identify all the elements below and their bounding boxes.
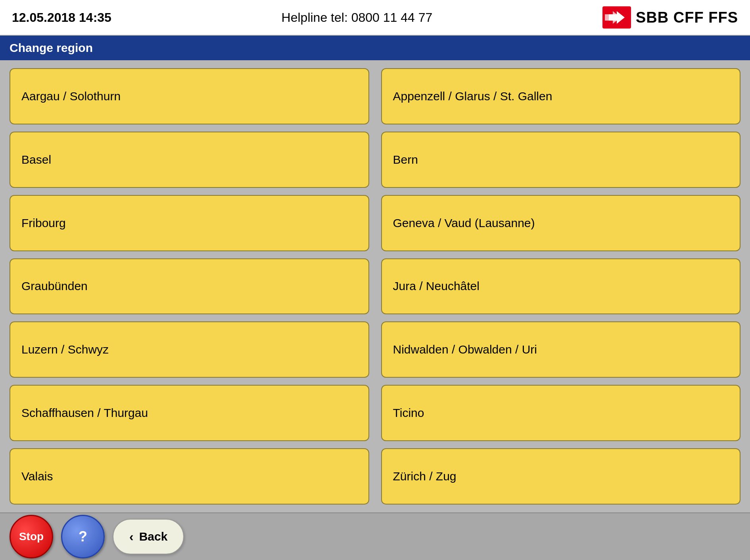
help-button[interactable]: ? bbox=[61, 515, 105, 558]
footer: Stop ? ‹ Back bbox=[0, 512, 750, 560]
region-button-jura-neuchatel[interactable]: Jura / Neuchâtel bbox=[381, 258, 741, 315]
region-button-valais[interactable]: Valais bbox=[10, 448, 369, 505]
region-button-nidwalden-obwalden-uri[interactable]: Nidwalden / Obwalden / Uri bbox=[381, 321, 741, 378]
stop-label: Stop bbox=[19, 530, 44, 543]
back-chevron-icon: ‹ bbox=[129, 529, 134, 544]
header: 12.05.2018 14:35 Helpline tel: 0800 11 4… bbox=[0, 0, 750, 36]
region-button-aargau-solothurn[interactable]: Aargau / Solothurn bbox=[10, 68, 369, 124]
region-button-luzern-schwyz[interactable]: Luzern / Schwyz bbox=[10, 321, 369, 378]
header-datetime: 12.05.2018 14:35 bbox=[12, 10, 111, 25]
region-button-schaffhausen-thurgau[interactable]: Schaffhausen / Thurgau bbox=[10, 385, 369, 441]
screen: 12.05.2018 14:35 Helpline tel: 0800 11 4… bbox=[0, 0, 750, 560]
sbb-logo-text: SBB CFF FFS bbox=[636, 9, 738, 26]
back-label: Back bbox=[139, 530, 168, 543]
stop-button[interactable]: Stop bbox=[10, 515, 53, 558]
region-button-fribourg[interactable]: Fribourg bbox=[10, 195, 369, 251]
region-button-basel[interactable]: Basel bbox=[10, 132, 369, 188]
region-button-ticino[interactable]: Ticino bbox=[381, 385, 741, 441]
section-title: Change region bbox=[0, 36, 750, 60]
region-button-graubuenden[interactable]: Graubünden bbox=[10, 258, 369, 315]
help-label: ? bbox=[79, 528, 87, 545]
back-button[interactable]: ‹ Back bbox=[113, 519, 184, 554]
header-helpline: Helpline tel: 0800 11 44 77 bbox=[282, 10, 433, 25]
region-button-bern[interactable]: Bern bbox=[381, 132, 741, 188]
region-button-zuerich-zug[interactable]: Zürich / Zug bbox=[381, 448, 741, 505]
region-grid: Aargau / SolothurnAppenzell / Glarus / S… bbox=[10, 68, 740, 505]
region-button-appenzell-glarus-st-gallen[interactable]: Appenzell / Glarus / St. Gallen bbox=[381, 68, 741, 124]
sbb-logo-icon bbox=[602, 6, 631, 29]
region-button-geneva-vaud[interactable]: Geneva / Vaud (Lausanne) bbox=[381, 195, 741, 251]
main-content: Aargau / SolothurnAppenzell / Glarus / S… bbox=[0, 60, 750, 512]
header-logo: SBB CFF FFS bbox=[602, 6, 738, 29]
